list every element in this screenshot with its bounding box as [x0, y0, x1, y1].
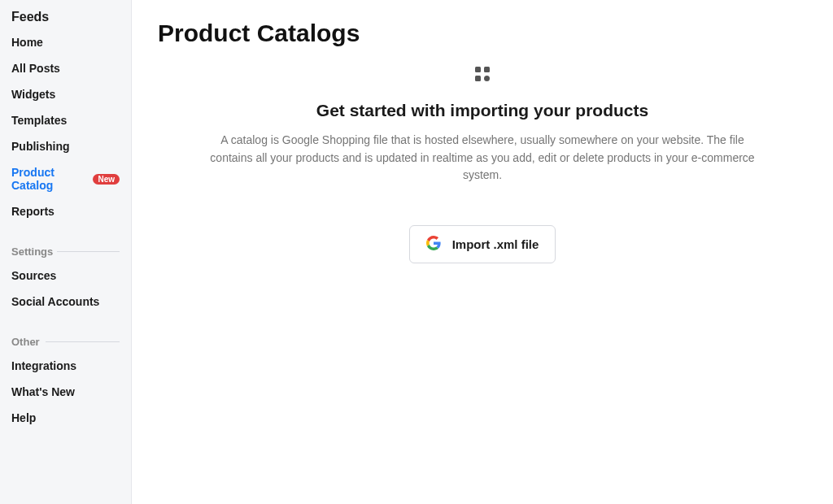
sidebar-item-help[interactable]: Help — [0, 405, 131, 431]
sidebar-item-label: Widgets — [11, 88, 55, 101]
main-content: Product Catalogs Get started with import… — [132, 0, 833, 504]
svg-rect-0 — [475, 67, 481, 72]
sidebar-item-label: Product Catalog — [11, 166, 89, 192]
sidebar-item-templates[interactable]: Templates — [0, 107, 131, 133]
sidebar-item-publishing[interactable]: Publishing — [0, 133, 131, 159]
sidebar-header-feeds: Feeds — [0, 7, 131, 29]
empty-subtitle: A catalog is Google Shopping file that i… — [206, 132, 759, 185]
svg-rect-3 — [484, 76, 490, 81]
sidebar-item-all-posts[interactable]: All Posts — [0, 55, 131, 81]
sidebar-item-label: Publishing — [11, 140, 70, 153]
sidebar-item-label: Home — [11, 36, 43, 49]
new-badge: New — [93, 174, 120, 185]
sidebar-item-label: Social Accounts — [11, 295, 99, 308]
sidebar: Feeds Home All Posts Widgets Templates P… — [0, 0, 132, 504]
svg-rect-1 — [484, 67, 490, 72]
page-title: Product Catalogs — [158, 20, 807, 47]
sidebar-item-label: All Posts — [11, 62, 60, 75]
sidebar-item-label: What's New — [11, 385, 75, 398]
sidebar-item-home[interactable]: Home — [0, 29, 131, 55]
empty-heading: Get started with importing your products — [316, 101, 648, 120]
grid-icon — [475, 67, 490, 85]
empty-state: Get started with importing your products… — [158, 67, 807, 263]
sidebar-item-social-accounts[interactable]: Social Accounts — [0, 289, 131, 315]
sidebar-group-other: Other — [0, 329, 131, 353]
sidebar-item-label: Sources — [11, 269, 56, 282]
sidebar-item-whats-new[interactable]: What's New — [0, 379, 131, 405]
sidebar-item-reports[interactable]: Reports — [0, 198, 131, 224]
google-icon — [426, 236, 441, 253]
sidebar-item-label: Templates — [11, 114, 67, 127]
import-xml-button[interactable]: Import .xml file — [409, 225, 556, 263]
import-button-label: Import .xml file — [452, 237, 539, 251]
sidebar-item-widgets[interactable]: Widgets — [0, 81, 131, 107]
sidebar-item-product-catalog[interactable]: Product Catalog New — [0, 159, 131, 198]
sidebar-group-settings: Settings — [0, 239, 131, 263]
svg-rect-2 — [475, 76, 481, 81]
sidebar-item-integrations[interactable]: Integrations — [0, 353, 131, 379]
sidebar-item-label: Help — [11, 411, 36, 424]
sidebar-item-sources[interactable]: Sources — [0, 263, 131, 289]
sidebar-item-label: Integrations — [11, 359, 76, 372]
sidebar-item-label: Reports — [11, 205, 55, 218]
